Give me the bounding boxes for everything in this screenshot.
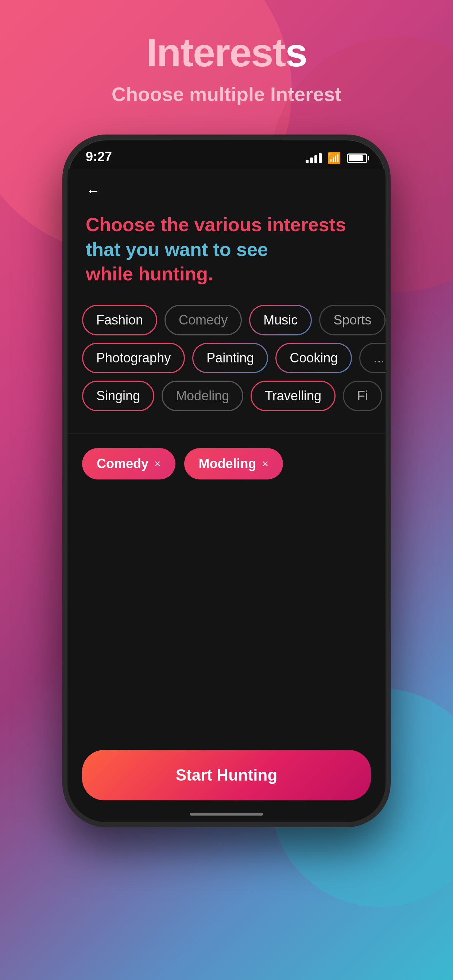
signal-icon [306,153,322,163]
start-button-wrapper: Start Hunting [82,750,371,800]
headline-part1: Choose the various interests [86,214,346,235]
tag-travelling[interactable]: Travelling [250,380,335,411]
phone-notch [172,140,281,162]
status-time: 9:27 [86,149,112,164]
page-wrapper: Interests Choose multiple Interest 9:27 … [0,0,453,980]
page-title: Interests [146,29,307,75]
start-hunting-button[interactable]: Start Hunting [82,750,371,800]
headline: Choose the various interests that you wa… [67,202,386,286]
selected-tag-modeling[interactable]: Modeling × [184,448,283,479]
tag-modeling[interactable]: Modeling [161,380,243,411]
tags-row-2: Photography Painting Cooking ... [82,343,371,373]
phone-frame: 9:27 📶 ← Choose t [62,135,391,827]
headline-part3: while hunting. [86,263,214,285]
tag-fashion[interactable]: Fashion [82,305,157,336]
selected-tag-comedy-label: Comedy [97,456,148,471]
selected-tag-modeling-label: Modeling [199,456,257,471]
tags-section: Fashion Comedy Music Sports Photogra [67,305,386,418]
page-subtitle: Choose multiple Interest [112,83,341,105]
status-icons: 📶 [306,152,367,164]
tag-music[interactable]: Music [249,305,312,336]
tag-painting[interactable]: Painting [192,343,268,373]
wifi-icon: 📶 [327,152,341,164]
section-divider [67,433,386,433]
tag-singing[interactable]: Singing [82,380,154,411]
tag-photography[interactable]: Photography [82,343,185,373]
remove-comedy-icon[interactable]: × [154,458,161,470]
phone-content: ← Choose the various interests that you … [67,169,386,822]
tag-comedy[interactable]: Comedy [164,305,242,336]
remove-modeling-icon[interactable]: × [262,458,269,470]
tag-more-3[interactable]: Fi [343,380,382,411]
selected-tags-area: Comedy × Modeling × [67,448,386,479]
battery-icon [347,153,367,163]
headline-part2: that you want to see [86,239,268,260]
selected-tag-comedy[interactable]: Comedy × [82,448,175,479]
tags-row-3: Singing Modeling Travelling Fi [82,380,371,411]
tag-sports[interactable]: Sports [319,305,386,336]
home-indicator [190,813,263,816]
back-button[interactable]: ← [82,180,104,202]
tag-more-2[interactable]: ... [359,343,386,373]
tags-row-1: Fashion Comedy Music Sports [82,305,371,336]
tag-cooking[interactable]: Cooking [275,343,352,373]
back-arrow-icon: ← [86,183,100,199]
